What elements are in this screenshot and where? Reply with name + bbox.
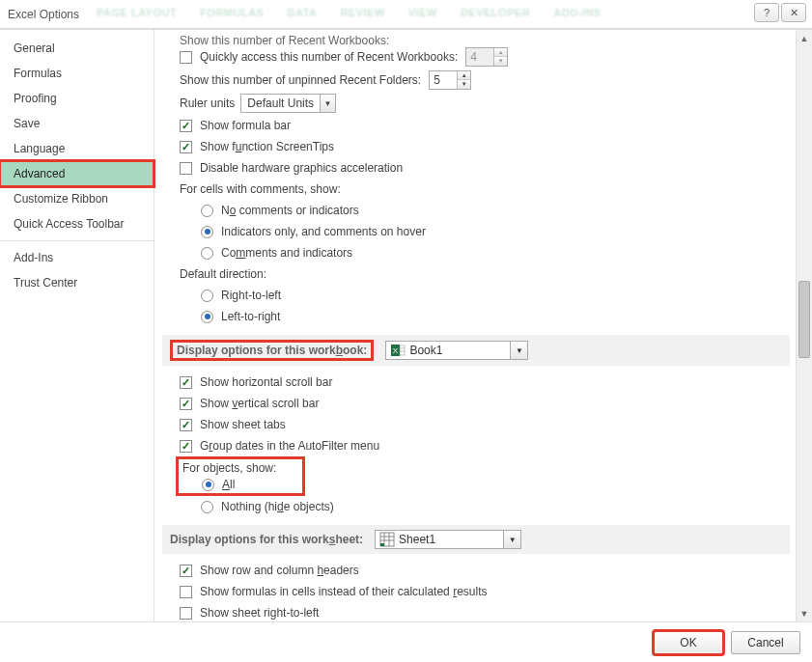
formula-bar-label: Show formula bar xyxy=(200,119,291,132)
sheet-rtl-checkbox[interactable] xyxy=(180,607,192,620)
comments-both-label: Comments and indicators xyxy=(221,246,352,260)
tabs-row: Show sheet tabs xyxy=(162,414,796,435)
sidebar-item-addins[interactable]: Add-Ins xyxy=(0,245,154,270)
section-worksheet-header: Display options for this worksheet: Shee… xyxy=(162,525,790,554)
svg-text:X: X xyxy=(393,346,399,355)
sidebar-item-general[interactable]: General xyxy=(0,36,154,61)
hscroll-row: Show horizontal scroll bar xyxy=(162,372,796,393)
formula-bar-row: Show formula bar xyxy=(162,115,796,136)
vertical-scrollbar[interactable]: ▲ ▼ xyxy=(796,30,812,621)
section-workbook-header: Display options for this workbook: X Boo… xyxy=(162,335,790,366)
direction-ltr-radio[interactable] xyxy=(201,311,213,323)
quick-access-checkbox[interactable] xyxy=(180,51,192,64)
dialog-footer: OK Cancel xyxy=(0,621,812,662)
headers-checkbox[interactable] xyxy=(180,565,192,577)
show-formulas-checkbox[interactable] xyxy=(180,586,192,598)
sidebar-item-language[interactable]: Language xyxy=(0,136,154,161)
chevron-down-icon: ▼ xyxy=(503,531,520,548)
ruler-row: Ruler units Default Units ▼ xyxy=(162,92,796,115)
objects-all-radio[interactable] xyxy=(202,479,214,491)
section-workbook-label: Display options for this workbook: xyxy=(170,340,374,361)
objects-nothing-row: Nothing (hide objects) xyxy=(162,496,796,517)
vscroll-checkbox[interactable] xyxy=(180,398,192,410)
ruler-label: Ruler units xyxy=(180,97,235,110)
hscroll-label: Show horizontal scroll bar xyxy=(200,375,332,389)
worksheet-selector[interactable]: Sheet1 ▼ xyxy=(375,530,521,549)
sidebar-separator xyxy=(0,240,154,241)
group-dates-row: Group dates in the AutoFilter menu xyxy=(162,435,796,456)
sidebar: General Formulas Proofing Save Language … xyxy=(0,30,154,621)
titlebar: Excel Options PAGE LAYOUTFORMULAS DATARE… xyxy=(0,0,812,29)
unpinned-spin[interactable]: 5 ▲▼ xyxy=(429,70,471,90)
screentips-checkbox[interactable] xyxy=(180,141,192,153)
headers-row: Show row and column headers xyxy=(162,560,796,581)
direction-label: Default direction: xyxy=(180,267,266,281)
tabs-checkbox[interactable] xyxy=(180,419,192,431)
svg-rect-10 xyxy=(380,543,384,546)
direction-label-row: Default direction: xyxy=(162,263,796,285)
scroll-thumb[interactable] xyxy=(798,281,810,358)
comments-hover-label: Indicators only, and comments on hover xyxy=(221,225,426,238)
screentips-row: Show function ScreenTips xyxy=(162,136,796,157)
window-title: Excel Options xyxy=(8,8,79,21)
ruler-combo[interactable]: Default Units ▼ xyxy=(240,94,336,113)
direction-ltr-row: Left-to-right xyxy=(162,306,796,327)
formula-bar-checkbox[interactable] xyxy=(180,120,192,132)
comments-none-row: No comments or indicators xyxy=(162,200,796,221)
worksheet-icon xyxy=(379,532,395,547)
chevron-down-icon: ▼ xyxy=(320,95,335,112)
quick-access-spin[interactable]: 4 ▲▼ xyxy=(465,47,508,67)
objects-highlight-box: For objects, show: All xyxy=(176,456,305,496)
direction-rtl-radio[interactable] xyxy=(201,290,213,302)
comments-hover-row: Indicators only, and comments on hover xyxy=(162,221,796,242)
disable-hw-row: Disable hardware graphics acceleration xyxy=(162,157,796,179)
direction-ltr-label: Left-to-right xyxy=(221,310,280,323)
show-formulas-row: Show formulas in cells instead of their … xyxy=(162,581,796,602)
sidebar-item-customize-ribbon[interactable]: Customize Ribbon xyxy=(0,186,154,211)
sidebar-item-advanced[interactable]: Advanced xyxy=(0,161,154,186)
ok-button[interactable]: OK xyxy=(654,631,723,654)
content-pane: Show this number of Recent Workbooks: Qu… xyxy=(154,30,796,621)
objects-all-label: All xyxy=(222,478,235,491)
sidebar-item-qat[interactable]: Quick Access Toolbar xyxy=(0,211,154,236)
screentips-label: Show function ScreenTips xyxy=(200,140,334,153)
scroll-up-icon[interactable]: ▲ xyxy=(797,30,812,46)
comments-hover-radio[interactable] xyxy=(201,226,213,238)
comments-both-radio[interactable] xyxy=(201,247,213,260)
sheet-rtl-label: Show sheet right-to-left xyxy=(200,606,319,620)
direction-rtl-label: Right-to-left xyxy=(221,289,281,302)
vscroll-label: Show vertical scroll bar xyxy=(200,397,319,410)
section-worksheet-label: Display options for this worksheet: xyxy=(170,533,363,546)
sidebar-item-proofing[interactable]: Proofing xyxy=(0,86,154,111)
help-button[interactable]: ? xyxy=(754,3,779,22)
hscroll-checkbox[interactable] xyxy=(180,376,192,389)
disable-hw-checkbox[interactable] xyxy=(180,162,192,175)
chevron-down-icon: ▼ xyxy=(510,342,527,359)
comments-label-row: For cells with comments, show: xyxy=(162,179,796,200)
tabs-label: Show sheet tabs xyxy=(200,418,286,431)
comments-label: For cells with comments, show: xyxy=(180,182,341,196)
unpinned-label: Show this number of unpinned Recent Fold… xyxy=(180,73,421,87)
scroll-down-icon[interactable]: ▼ xyxy=(797,605,812,621)
direction-rtl-row: Right-to-left xyxy=(162,285,796,306)
group-dates-label: Group dates in the AutoFilter menu xyxy=(200,439,379,453)
sidebar-item-trust-center[interactable]: Trust Center xyxy=(0,270,154,295)
show-formulas-label: Show formulas in cells instead of their … xyxy=(200,585,488,598)
cancel-button[interactable]: Cancel xyxy=(731,631,800,654)
vscroll-row: Show vertical scroll bar xyxy=(162,393,796,414)
comments-both-row: Comments and indicators xyxy=(162,242,796,263)
svg-rect-2 xyxy=(400,345,405,355)
objects-label: For objects, show: xyxy=(181,461,300,475)
ribbon-ghost: PAGE LAYOUTFORMULAS DATAREVIEW VIEWDEVEL… xyxy=(97,7,735,18)
main-area: General Formulas Proofing Save Language … xyxy=(0,29,812,621)
group-dates-checkbox[interactable] xyxy=(180,440,192,453)
close-button[interactable]: ✕ xyxy=(781,3,806,22)
comments-none-radio[interactable] xyxy=(201,205,213,217)
objects-nothing-radio[interactable] xyxy=(201,501,213,513)
sheet-rtl-row: Show sheet right-to-left xyxy=(162,602,796,621)
workbook-selector[interactable]: X Book1 ▼ xyxy=(385,341,528,360)
unpinned-folders-row: Show this number of unpinned Recent Fold… xyxy=(162,69,796,92)
sidebar-item-save[interactable]: Save xyxy=(0,111,154,136)
headers-label: Show row and column headers xyxy=(200,564,359,577)
sidebar-item-formulas[interactable]: Formulas xyxy=(0,61,154,86)
